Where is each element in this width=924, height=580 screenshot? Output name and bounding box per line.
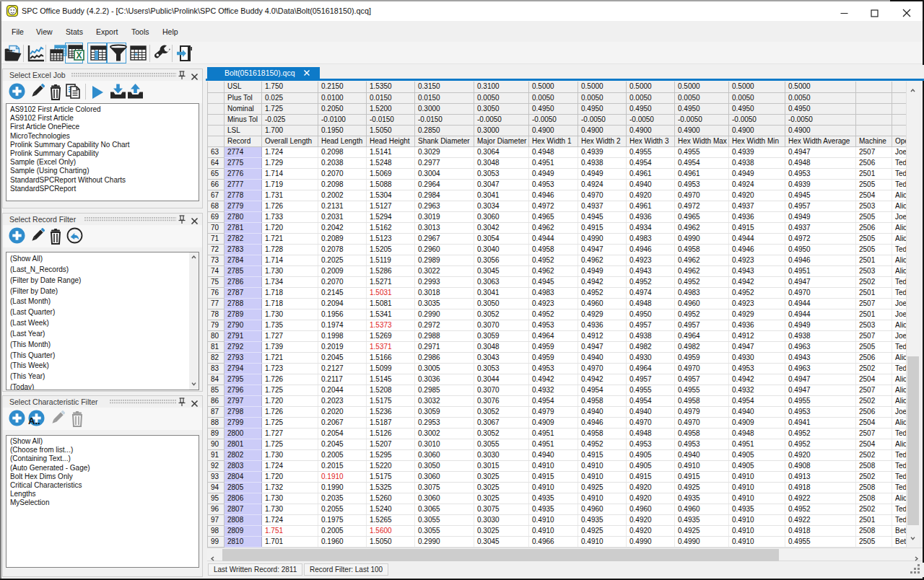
svg-text:A..: A.. bbox=[28, 416, 40, 426]
svg-text:X: X bbox=[76, 50, 82, 61]
